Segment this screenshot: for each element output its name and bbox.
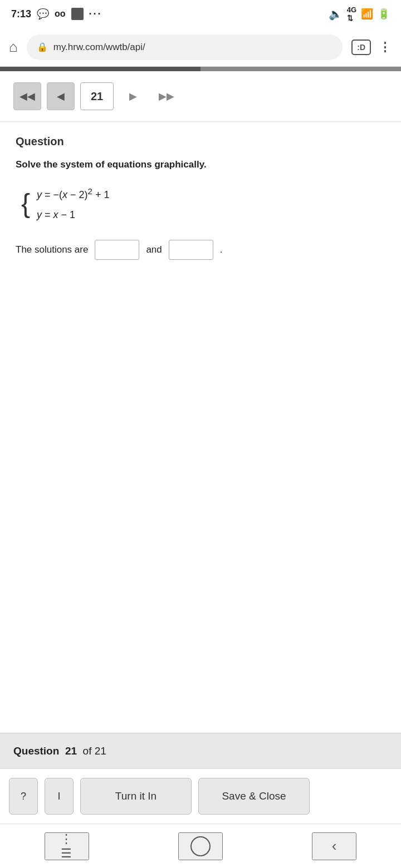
back-chevron-icon: ‹: [332, 837, 337, 855]
lock-icon: 🔒: [37, 42, 48, 52]
equation-2: y = x − 1: [37, 206, 109, 224]
bottom-nav-bar: ⋮☰ ‹: [0, 823, 401, 868]
action-buttons: ? I Turn it In Save & Close: [0, 768, 401, 823]
signal-bars-icon: 📶: [361, 8, 373, 20]
equation-1: y = −(x − 2)2 + 1: [37, 184, 109, 204]
skip-to-first-button[interactable]: ◀◀: [13, 82, 41, 110]
more-menu-button[interactable]: ⋮: [379, 40, 392, 55]
status-time-area: 7:13 💬 oo ···: [11, 8, 102, 20]
question-info-label: Question: [13, 745, 59, 757]
voicemail-icon: oo: [55, 9, 66, 19]
more-dots-icon: ···: [89, 8, 102, 20]
brace-container: { y = −(x − 2)2 + 1 y = x − 1: [21, 184, 385, 224]
time-display: 7:13: [11, 8, 31, 20]
question-info-of: of 21: [83, 745, 106, 757]
android-menu-button[interactable]: ⋮☰: [45, 832, 89, 860]
content-spacer: [0, 503, 401, 733]
progress-segment-completed: [0, 67, 200, 71]
android-back-button[interactable]: ‹: [312, 832, 356, 860]
help-button[interactable]: ?: [9, 778, 38, 815]
browser-bar: ⌂ 🔒 my.hrw.com/wwtb/api/ :D ⋮: [0, 28, 401, 67]
answer-input-1[interactable]: [95, 240, 139, 260]
question-info-text: Question 21 of 21: [13, 745, 106, 757]
solutions-row: The solutions are and .: [16, 240, 385, 260]
stop-icon: [71, 8, 84, 20]
network-icon: 4G⇅: [347, 6, 356, 22]
android-home-button[interactable]: [178, 832, 223, 860]
url-text: my.hrw.com/wwtb/api/: [53, 42, 145, 53]
turn-it-in-button[interactable]: Turn it In: [80, 778, 192, 815]
solutions-dot: .: [220, 244, 223, 255]
status-icons-right: 🔈 4G⇅ 📶 🔋: [329, 6, 390, 22]
home-button[interactable]: ⌂: [9, 38, 18, 56]
question-area: Question Solve the system of equations g…: [0, 122, 401, 503]
url-bar[interactable]: 🔒 my.hrw.com/wwtb/api/: [27, 34, 343, 60]
mute-icon: 🔈: [329, 7, 343, 21]
info-button[interactable]: I: [45, 778, 74, 815]
page-number-display: 21: [80, 82, 114, 110]
equation-system: { y = −(x − 2)2 + 1 y = x − 1: [16, 184, 385, 224]
answer-input-2[interactable]: [169, 240, 213, 260]
home-circle-icon: [190, 836, 211, 856]
status-bar: 7:13 💬 oo ··· 🔈 4G⇅ 📶 🔋: [0, 0, 401, 28]
save-close-button[interactable]: Save & Close: [198, 778, 310, 815]
question-info-number: 21: [65, 745, 77, 757]
progress-segment-remaining: [200, 67, 401, 71]
question-navigation: ◀◀ ◀ 21 ▶ ▶▶: [0, 71, 401, 122]
question-info-bar: Question 21 of 21: [0, 733, 401, 768]
skip-to-last-button[interactable]: ▶▶: [153, 82, 180, 110]
previous-button[interactable]: ◀: [47, 82, 75, 110]
equations: y = −(x − 2)2 + 1 y = x − 1: [37, 184, 109, 224]
content-area: ◀◀ ◀ 21 ▶ ▶▶ Question Solve the system o…: [0, 71, 401, 823]
menu-lines-icon: ⋮☰: [60, 832, 74, 861]
left-brace: {: [21, 190, 30, 217]
tab-button[interactable]: :D: [351, 40, 371, 55]
next-button[interactable]: ▶: [119, 82, 147, 110]
question-label: Question: [16, 135, 385, 148]
browser-actions: :D ⋮: [351, 40, 392, 55]
question-instruction: Solve the system of equations graphicall…: [16, 159, 385, 170]
solutions-label: The solutions are: [16, 244, 88, 255]
battery-icon: 🔋: [378, 8, 390, 20]
whatsapp-icon: 💬: [37, 8, 49, 20]
progress-bar: [0, 67, 401, 71]
solutions-and: and: [146, 244, 162, 255]
